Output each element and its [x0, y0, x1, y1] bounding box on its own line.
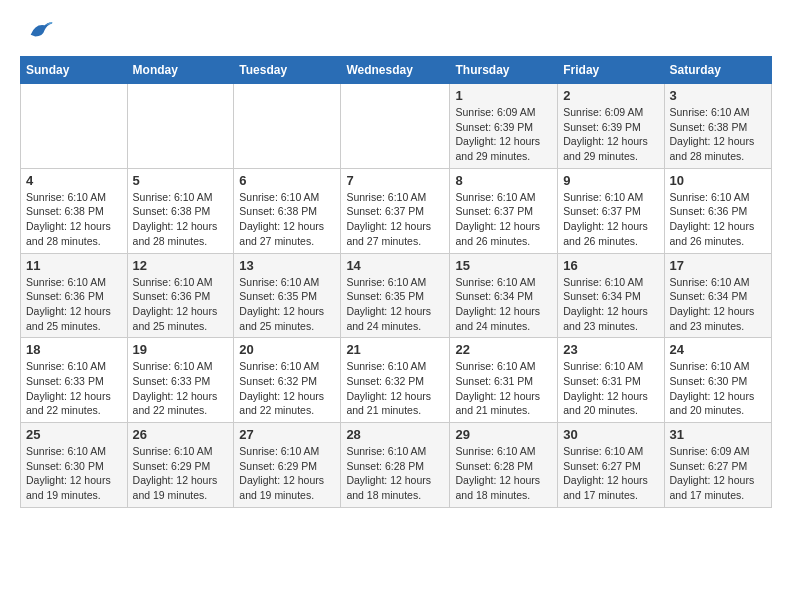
day-info: Sunrise: 6:10 AM Sunset: 6:34 PM Dayligh… — [670, 275, 767, 334]
day-number: 17 — [670, 258, 767, 273]
day-info: Sunrise: 6:10 AM Sunset: 6:33 PM Dayligh… — [26, 359, 122, 418]
calendar-cell: 20Sunrise: 6:10 AM Sunset: 6:32 PM Dayli… — [234, 338, 341, 423]
logo — [20, 16, 54, 44]
calendar-cell: 31Sunrise: 6:09 AM Sunset: 6:27 PM Dayli… — [664, 423, 772, 508]
weekday-header-tuesday: Tuesday — [234, 57, 341, 84]
calendar-cell: 30Sunrise: 6:10 AM Sunset: 6:27 PM Dayli… — [558, 423, 664, 508]
weekday-header-sunday: Sunday — [21, 57, 128, 84]
calendar-cell: 2Sunrise: 6:09 AM Sunset: 6:39 PM Daylig… — [558, 84, 664, 169]
calendar-week-row: 11Sunrise: 6:10 AM Sunset: 6:36 PM Dayli… — [21, 253, 772, 338]
weekday-header-saturday: Saturday — [664, 57, 772, 84]
day-info: Sunrise: 6:10 AM Sunset: 6:37 PM Dayligh… — [346, 190, 444, 249]
page-container: SundayMondayTuesdayWednesdayThursdayFrid… — [0, 0, 792, 524]
calendar-cell: 12Sunrise: 6:10 AM Sunset: 6:36 PM Dayli… — [127, 253, 234, 338]
day-info: Sunrise: 6:10 AM Sunset: 6:37 PM Dayligh… — [563, 190, 658, 249]
day-info: Sunrise: 6:10 AM Sunset: 6:31 PM Dayligh… — [455, 359, 552, 418]
calendar-cell: 29Sunrise: 6:10 AM Sunset: 6:28 PM Dayli… — [450, 423, 558, 508]
calendar-week-row: 18Sunrise: 6:10 AM Sunset: 6:33 PM Dayli… — [21, 338, 772, 423]
day-number: 7 — [346, 173, 444, 188]
day-number: 31 — [670, 427, 767, 442]
weekday-header-monday: Monday — [127, 57, 234, 84]
day-number: 16 — [563, 258, 658, 273]
day-info: Sunrise: 6:10 AM Sunset: 6:36 PM Dayligh… — [670, 190, 767, 249]
day-info: Sunrise: 6:09 AM Sunset: 6:39 PM Dayligh… — [455, 105, 552, 164]
day-info: Sunrise: 6:10 AM Sunset: 6:35 PM Dayligh… — [239, 275, 335, 334]
day-number: 2 — [563, 88, 658, 103]
day-info: Sunrise: 6:10 AM Sunset: 6:38 PM Dayligh… — [239, 190, 335, 249]
day-number: 3 — [670, 88, 767, 103]
day-number: 27 — [239, 427, 335, 442]
day-info: Sunrise: 6:10 AM Sunset: 6:35 PM Dayligh… — [346, 275, 444, 334]
calendar-cell: 21Sunrise: 6:10 AM Sunset: 6:32 PM Dayli… — [341, 338, 450, 423]
day-info: Sunrise: 6:10 AM Sunset: 6:32 PM Dayligh… — [239, 359, 335, 418]
day-info: Sunrise: 6:09 AM Sunset: 6:39 PM Dayligh… — [563, 105, 658, 164]
day-number: 4 — [26, 173, 122, 188]
day-info: Sunrise: 6:10 AM Sunset: 6:38 PM Dayligh… — [670, 105, 767, 164]
day-info: Sunrise: 6:10 AM Sunset: 6:36 PM Dayligh… — [133, 275, 229, 334]
day-info: Sunrise: 6:10 AM Sunset: 6:34 PM Dayligh… — [563, 275, 658, 334]
calendar-cell: 24Sunrise: 6:10 AM Sunset: 6:30 PM Dayli… — [664, 338, 772, 423]
calendar-header-row: SundayMondayTuesdayWednesdayThursdayFrid… — [21, 57, 772, 84]
day-info: Sunrise: 6:10 AM Sunset: 6:31 PM Dayligh… — [563, 359, 658, 418]
calendar-cell: 3Sunrise: 6:10 AM Sunset: 6:38 PM Daylig… — [664, 84, 772, 169]
logo-bird-icon — [26, 16, 54, 44]
page-header — [20, 16, 772, 44]
day-info: Sunrise: 6:10 AM Sunset: 6:36 PM Dayligh… — [26, 275, 122, 334]
day-number: 18 — [26, 342, 122, 357]
day-number: 13 — [239, 258, 335, 273]
calendar-cell: 22Sunrise: 6:10 AM Sunset: 6:31 PM Dayli… — [450, 338, 558, 423]
day-number: 22 — [455, 342, 552, 357]
calendar-week-row: 4Sunrise: 6:10 AM Sunset: 6:38 PM Daylig… — [21, 168, 772, 253]
day-info: Sunrise: 6:10 AM Sunset: 6:32 PM Dayligh… — [346, 359, 444, 418]
calendar-cell: 28Sunrise: 6:10 AM Sunset: 6:28 PM Dayli… — [341, 423, 450, 508]
day-info: Sunrise: 6:10 AM Sunset: 6:29 PM Dayligh… — [133, 444, 229, 503]
calendar-cell: 11Sunrise: 6:10 AM Sunset: 6:36 PM Dayli… — [21, 253, 128, 338]
calendar-cell: 23Sunrise: 6:10 AM Sunset: 6:31 PM Dayli… — [558, 338, 664, 423]
day-info: Sunrise: 6:10 AM Sunset: 6:38 PM Dayligh… — [26, 190, 122, 249]
day-number: 23 — [563, 342, 658, 357]
calendar-cell: 8Sunrise: 6:10 AM Sunset: 6:37 PM Daylig… — [450, 168, 558, 253]
weekday-header-wednesday: Wednesday — [341, 57, 450, 84]
day-info: Sunrise: 6:10 AM Sunset: 6:34 PM Dayligh… — [455, 275, 552, 334]
calendar-cell: 26Sunrise: 6:10 AM Sunset: 6:29 PM Dayli… — [127, 423, 234, 508]
day-number: 9 — [563, 173, 658, 188]
calendar-cell: 1Sunrise: 6:09 AM Sunset: 6:39 PM Daylig… — [450, 84, 558, 169]
day-number: 6 — [239, 173, 335, 188]
calendar-cell: 27Sunrise: 6:10 AM Sunset: 6:29 PM Dayli… — [234, 423, 341, 508]
calendar-cell: 13Sunrise: 6:10 AM Sunset: 6:35 PM Dayli… — [234, 253, 341, 338]
day-info: Sunrise: 6:10 AM Sunset: 6:30 PM Dayligh… — [26, 444, 122, 503]
calendar-table: SundayMondayTuesdayWednesdayThursdayFrid… — [20, 56, 772, 508]
day-number: 28 — [346, 427, 444, 442]
calendar-cell — [127, 84, 234, 169]
calendar-cell: 10Sunrise: 6:10 AM Sunset: 6:36 PM Dayli… — [664, 168, 772, 253]
day-info: Sunrise: 6:10 AM Sunset: 6:30 PM Dayligh… — [670, 359, 767, 418]
day-number: 12 — [133, 258, 229, 273]
calendar-week-row: 25Sunrise: 6:10 AM Sunset: 6:30 PM Dayli… — [21, 423, 772, 508]
calendar-cell: 4Sunrise: 6:10 AM Sunset: 6:38 PM Daylig… — [21, 168, 128, 253]
day-info: Sunrise: 6:10 AM Sunset: 6:27 PM Dayligh… — [563, 444, 658, 503]
day-number: 10 — [670, 173, 767, 188]
day-info: Sunrise: 6:10 AM Sunset: 6:37 PM Dayligh… — [455, 190, 552, 249]
calendar-cell: 14Sunrise: 6:10 AM Sunset: 6:35 PM Dayli… — [341, 253, 450, 338]
day-number: 11 — [26, 258, 122, 273]
calendar-cell: 25Sunrise: 6:10 AM Sunset: 6:30 PM Dayli… — [21, 423, 128, 508]
calendar-cell: 19Sunrise: 6:10 AM Sunset: 6:33 PM Dayli… — [127, 338, 234, 423]
day-number: 26 — [133, 427, 229, 442]
day-number: 1 — [455, 88, 552, 103]
day-number: 8 — [455, 173, 552, 188]
day-number: 30 — [563, 427, 658, 442]
day-number: 19 — [133, 342, 229, 357]
day-number: 29 — [455, 427, 552, 442]
calendar-cell — [21, 84, 128, 169]
day-number: 20 — [239, 342, 335, 357]
day-info: Sunrise: 6:10 AM Sunset: 6:38 PM Dayligh… — [133, 190, 229, 249]
weekday-header-friday: Friday — [558, 57, 664, 84]
calendar-cell — [234, 84, 341, 169]
day-number: 5 — [133, 173, 229, 188]
day-number: 25 — [26, 427, 122, 442]
day-info: Sunrise: 6:10 AM Sunset: 6:28 PM Dayligh… — [455, 444, 552, 503]
weekday-header-thursday: Thursday — [450, 57, 558, 84]
day-info: Sunrise: 6:10 AM Sunset: 6:28 PM Dayligh… — [346, 444, 444, 503]
calendar-cell: 16Sunrise: 6:10 AM Sunset: 6:34 PM Dayli… — [558, 253, 664, 338]
calendar-cell: 5Sunrise: 6:10 AM Sunset: 6:38 PM Daylig… — [127, 168, 234, 253]
